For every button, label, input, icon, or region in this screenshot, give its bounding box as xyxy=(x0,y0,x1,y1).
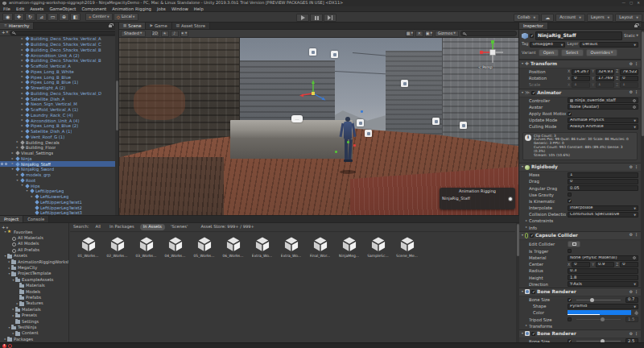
rigidbody-header[interactable]: ▾ Rigidbody ⚙ ⋮ xyxy=(519,163,641,172)
foldout-arrow[interactable]: ▾ xyxy=(522,91,523,95)
visibility-toggle-icons[interactable] xyxy=(1,163,7,165)
hierarchy-item[interactable]: ▸ Visual_Settings xyxy=(0,151,118,156)
foldout-arrow[interactable]: ▾ xyxy=(522,165,523,169)
foldout-arrow[interactable]: ▸ xyxy=(15,173,19,177)
foldout-arrow[interactable]: ▸ xyxy=(20,75,24,79)
interpolate-dropdown[interactable]: Interpolate xyxy=(568,205,638,211)
hierarchy-item[interactable]: ▸ Laundry_Rack_C (4) xyxy=(0,113,118,118)
rig-target-dot[interactable] xyxy=(335,151,337,153)
collision-detection-dropdown[interactable]: Continuous Speculative xyxy=(568,212,638,218)
shading-mode-dropdown[interactable]: Shaded xyxy=(121,31,146,37)
search-filter-pill[interactable]: All xyxy=(93,224,104,230)
eyedropper-icon[interactable] xyxy=(634,310,638,315)
foldout-arrow[interactable]: ▸ xyxy=(20,118,24,122)
search-filter-pill[interactable]: In Assets xyxy=(140,224,165,230)
rotation-x-field[interactable]: 0 xyxy=(572,76,590,81)
menu-item[interactable]: Assets xyxy=(30,6,43,11)
rotation-z-field[interactable]: 0 xyxy=(620,76,638,81)
update-mode-dropdown[interactable]: Animate Physics xyxy=(568,118,638,123)
hierarchy-item[interactable]: ▸ Building_Decals xyxy=(0,139,118,145)
scrollbar-handle[interactable] xyxy=(116,81,118,130)
hierarchy-item[interactable]: ▾ NinjaRig_Sword xyxy=(0,167,118,172)
foldout-arrow[interactable]: ▾ xyxy=(15,179,19,183)
hierarchy-item[interactable]: ▸ Pipes_Long_B_Blue (2) xyxy=(0,123,118,129)
folder-row[interactable]: ▸ Packages xyxy=(0,337,68,342)
asset-item[interactable]: 01_Works... xyxy=(75,235,101,258)
rig-effector-icon[interactable] xyxy=(357,119,364,126)
hierarchy-item[interactable]: ▸ NinjaRig_Staff xyxy=(0,161,118,167)
hierarchy-item[interactable]: ▸ Building_Deco_Shacks_Vertical_C xyxy=(0,42,118,48)
bone-color-field[interactable] xyxy=(568,310,631,315)
presets-icon[interactable]: ⚙ xyxy=(630,90,633,95)
foldout-arrow[interactable]: ▾ xyxy=(25,189,29,193)
tripod-size-value[interactable]: 1.5 xyxy=(625,317,638,322)
folder-row[interactable]: ▸ Presets xyxy=(0,313,68,318)
capsule-collider-header[interactable]: ▾ Capsule Collider ⚙ ⋮ xyxy=(519,231,641,240)
orientation-gizmo[interactable] xyxy=(478,39,507,67)
scene-view-tab[interactable]: ▦ Scene xyxy=(119,23,146,29)
menu-item[interactable]: Help xyxy=(194,6,204,11)
inspector-scrollbar[interactable] xyxy=(641,30,644,342)
layer-dropdown[interactable]: Default xyxy=(580,42,638,48)
is-kinematic-checkbox[interactable] xyxy=(568,199,572,203)
asset-item[interactable]: Final_Wor... xyxy=(307,235,333,258)
component-menu-icon[interactable]: ⋮ xyxy=(634,233,638,238)
presets-icon[interactable]: ⚙ xyxy=(630,332,633,337)
rig-effector-icon[interactable] xyxy=(309,48,316,56)
hierarchy-item[interactable]: LeftUpperLegTwist2 xyxy=(0,205,118,210)
rig-effector-icon[interactable] xyxy=(401,80,408,87)
asset-item[interactable]: 05_Works... xyxy=(191,235,217,258)
bone-size-slider[interactable] xyxy=(576,300,621,300)
active-checkbox[interactable] xyxy=(530,34,534,38)
hierarchy-item[interactable]: ▸ Building_Deco_Shacks_Vertical_D xyxy=(0,91,118,97)
foldout-arrow[interactable]: ▸ xyxy=(20,135,24,139)
hierarchy-item[interactable]: ▸ Aircondition_Unit_A (4) xyxy=(0,118,118,123)
hierarchy-item[interactable]: ▸ Building_Deco_Shacks_Vertical_B xyxy=(0,58,118,64)
search-filter-pill[interactable]: In Packages xyxy=(106,224,138,230)
bone-renderer-header[interactable]: ▾ Bone Renderer ⚙ ⋮ xyxy=(519,329,641,338)
foldout-arrow[interactable]: ▾ xyxy=(522,290,523,294)
foldout-arrow[interactable]: ▸ xyxy=(526,226,527,230)
mass-field[interactable]: 1 xyxy=(568,172,638,178)
menu-item[interactable]: File xyxy=(3,6,10,11)
folder-row[interactable]: ▸ Content xyxy=(0,331,68,337)
maximize-button[interactable]: ▢ xyxy=(630,1,633,5)
component-menu-icon[interactable]: ⋮ xyxy=(634,165,638,170)
hierarchy-item[interactable]: ▸ LeftLowerLeg xyxy=(0,194,118,200)
center-x-field[interactable]: 0 xyxy=(572,262,590,267)
rig-target-dot[interactable] xyxy=(361,110,363,113)
layers-dropdown[interactable]: Layers xyxy=(587,14,613,22)
foldout-arrow[interactable]: ▾ xyxy=(522,62,523,66)
error-outline-icon[interactable] xyxy=(8,344,12,348)
rig-target-dot[interactable] xyxy=(347,141,349,143)
apply-root-motion-checkbox[interactable] xyxy=(568,112,572,116)
controller-object-field[interactable]: ninja_override_staff xyxy=(568,97,638,103)
lock-icon[interactable] xyxy=(109,25,112,27)
layout-dropdown[interactable]: Layout xyxy=(615,14,642,22)
foldout-arrow[interactable]: ▸ xyxy=(20,64,24,68)
presets-icon[interactable]: ⚙ xyxy=(630,165,633,170)
component-menu-icon[interactable]: ⋮ xyxy=(634,62,638,67)
menu-item[interactable]: Edit xyxy=(16,6,24,11)
asset-item[interactable]: 02_Works... xyxy=(104,235,130,258)
scrollbar-handle[interactable] xyxy=(642,31,644,136)
tripod-size-checkbox[interactable] xyxy=(568,317,572,321)
edit-collider-button[interactable] xyxy=(568,241,580,247)
asset-item[interactable]: NinjaMeg... xyxy=(336,235,362,258)
hierarchy-item[interactable]: ▾ LeftUpperLeg xyxy=(0,188,118,194)
prefab-open-button[interactable]: Open xyxy=(539,49,559,57)
effector-shape-button[interactable] xyxy=(508,197,513,201)
foldout-arrow[interactable]: ▾ xyxy=(522,332,523,336)
rig-effector-icon[interactable] xyxy=(331,51,338,58)
center-y-field[interactable]: 0.9 xyxy=(596,262,614,267)
asset-item[interactable]: Extra_Wo... xyxy=(249,235,275,258)
foldout-arrow[interactable]: ▸ xyxy=(20,43,24,47)
component-menu-icon[interactable]: ⋮ xyxy=(634,90,638,95)
foldout-arrow[interactable]: ▸ xyxy=(20,53,24,57)
pick-icon[interactable] xyxy=(5,163,7,165)
rig-effector-icon[interactable] xyxy=(432,118,440,125)
foldout-arrow[interactable]: ▸ xyxy=(20,86,24,90)
folder-row[interactable]: All Prefabs xyxy=(0,247,68,253)
tab-hierarchy[interactable]: ≡Hierarchy xyxy=(0,23,34,29)
grid-visibility-dropdown[interactable]: ▦ xyxy=(406,31,414,37)
